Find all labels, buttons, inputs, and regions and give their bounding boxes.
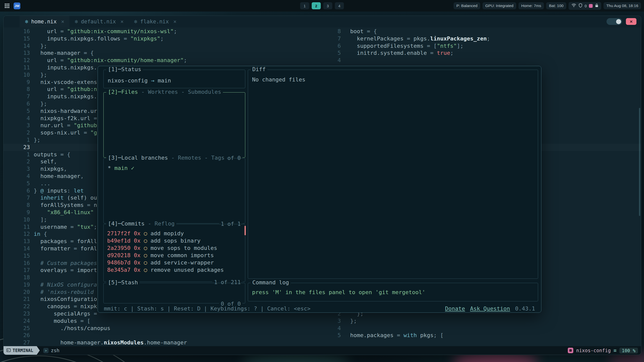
- lazygit-command-log-panel[interactable]: Command log press 'M' in the files panel…: [248, 283, 538, 301]
- code-text: outputs = {: [34, 151, 70, 158]
- commit-flag: 0x: [134, 252, 144, 258]
- lazygit-stash-panel[interactable]: [5]─Stash 0 of 0: [103, 283, 245, 303]
- tab-close-icon[interactable]: ×: [61, 19, 64, 25]
- lazygit-commits-panel[interactable]: [4]─Commits - Reflog 2717f2f 0x ○ add mo…: [103, 224, 245, 282]
- scrollbar[interactable]: [639, 108, 640, 216]
- lazygit-branches-panel[interactable]: [3]─Local branches - Remotes - Tags * ma…: [103, 158, 245, 223]
- keybindings-hint: mmit: c | Stash: s | Reset: D | Keybindi…: [104, 305, 310, 312]
- workspace-button-4[interactable]: 4: [335, 2, 344, 9]
- diff-content: No changed files: [248, 70, 538, 83]
- commit-row[interactable]: b49ef1d 0x ○ add sops binary: [107, 237, 241, 244]
- code-token: = {: [367, 28, 377, 34]
- line-number: 14: [4, 42, 34, 50]
- code-token: ];: [457, 43, 464, 49]
- commit-message: add mopidy: [150, 230, 184, 237]
- commit-row[interactable]: 9486b7d 0x ○ add service-wrapper: [107, 259, 241, 266]
- code-text: [345, 325, 350, 332]
- line-number: 18: [4, 274, 34, 281]
- lazygit-status-panel[interactable]: [1]─Status nixos-config → main: [103, 70, 245, 88]
- lazygit-diff-panel[interactable]: Diff No changed files: [248, 70, 538, 279]
- line-number: 26: [4, 332, 34, 339]
- list-icon: ≡: [614, 347, 617, 353]
- line-number: 8: [329, 28, 345, 35]
- clock[interactable]: Thu Aug 08, 18:16: [603, 2, 641, 9]
- powerline-separator: [37, 346, 40, 355]
- code-token: nur.url: [34, 122, 67, 128]
- code-text: supportedFilesystems = ["ntfs"];: [345, 42, 463, 50]
- code-text: specialArgs =: [34, 310, 97, 318]
- tab-home.nix[interactable]: ❄home.nix×: [20, 16, 69, 27]
- window-close-button[interactable]: ×: [626, 18, 636, 25]
- commit-hash: 9486b7d: [107, 259, 134, 266]
- code-token: nixosConfiguratio: [34, 296, 97, 302]
- commit-row[interactable]: d920218 0x ○ move common imports: [107, 252, 241, 259]
- line-number: 22: [4, 303, 34, 310]
- code-token: formatter: [34, 245, 74, 252]
- commits-scrollbar[interactable]: [245, 226, 246, 235]
- commit-row[interactable]: 2a23950 0x ○ move sops to modules: [107, 244, 241, 252]
- code-token: →: [151, 77, 158, 84]
- terminal-icon: [7, 348, 11, 353]
- line-number: 3: [329, 318, 345, 325]
- code-text: home-manager = {: [34, 50, 94, 57]
- line-number: 6: [329, 42, 345, 50]
- tab-flake.nix[interactable]: ❄flake.nix×: [129, 16, 181, 27]
- code-token: ;: [160, 35, 164, 42]
- commit-row[interactable]: 8e345a7 0x ○ remove unused packages: [107, 266, 241, 274]
- window-toggle[interactable]: [607, 18, 622, 25]
- commit-row[interactable]: 2717f2f 0x ○ add mopidy: [107, 230, 241, 237]
- nix-snowflake-icon: ❄: [74, 19, 78, 24]
- commit-message: add service-wrapper: [150, 259, 214, 266]
- line-number: 23: [4, 144, 34, 151]
- commit-hash: 8e345a7: [107, 267, 134, 273]
- code-token: =: [397, 332, 404, 338]
- topbar-left: JW: [4, 2, 20, 9]
- panel-title: [5]─Stash: [106, 279, 140, 286]
- code-token: =: [94, 115, 97, 121]
- code-token: nix-vscode-extens: [34, 79, 97, 85]
- lazygit-files-panel[interactable]: [2]─Files - Worktrees - Submodules 0 of …: [103, 92, 245, 158]
- code-token: "github:n: [67, 86, 97, 92]
- tab-default.nix[interactable]: ❄default.nix×: [69, 16, 129, 27]
- code-text: # 'nixos-rebuild: [34, 289, 94, 296]
- session-icon: [568, 348, 573, 353]
- line-number: 20: [4, 289, 34, 296]
- lazygit-version: 0.43.1: [515, 305, 535, 312]
- tab-close-icon[interactable]: ×: [173, 19, 177, 25]
- workspace-button-2[interactable]: 2: [312, 2, 321, 9]
- code-token: forAl: [80, 245, 97, 252]
- code-token: =: [74, 245, 80, 252]
- code-token: = {: [60, 151, 70, 158]
- code-token: =: [94, 310, 97, 317]
- line-number: 16: [4, 28, 34, 35]
- code-text: inherit (self) ou: [34, 194, 97, 202]
- code-token: home.packages: [350, 332, 397, 338]
- app-launcher-icon[interactable]: [4, 2, 11, 9]
- workspace-button-1[interactable]: 1: [300, 2, 309, 9]
- donate-link[interactable]: Donate: [445, 305, 465, 312]
- code-token: "g: [90, 129, 97, 136]
- code-token: inherit: [41, 195, 64, 201]
- code-line: 5 initrd.systemd.enable = true;: [329, 50, 641, 57]
- code-text: ];: [34, 216, 47, 223]
- code-token: home-manager.: [34, 339, 104, 346]
- code-token: =: [70, 238, 77, 244]
- workspace-button-3[interactable]: 3: [323, 2, 332, 9]
- tab-close-icon[interactable]: ×: [120, 19, 124, 25]
- ask-question-link[interactable]: Ask Question: [470, 305, 510, 312]
- code-token: home-manager: [34, 50, 84, 56]
- code-token: };: [34, 43, 47, 49]
- statusbar-right: nixos-config ≡ 100 %: [568, 347, 638, 353]
- status-chip: Bat: 100: [546, 2, 566, 9]
- shell-indicator[interactable]: > zsh: [43, 348, 59, 353]
- branch-row[interactable]: * main ✓: [108, 164, 241, 172]
- code-text: username = "tux";: [34, 223, 97, 231]
- lazygit-popup: [1]─Status nixos-config → main [2]─Files…: [98, 66, 541, 313]
- code-token: url: [34, 57, 60, 63]
- commit-message: remove unused packages: [150, 267, 224, 273]
- code-token: = {: [84, 50, 94, 56]
- wm-logo[interactable]: JW: [14, 3, 20, 9]
- code-text: };: [34, 42, 47, 50]
- line-number: 7: [4, 93, 34, 100]
- system-tray[interactable]: 0: [569, 2, 601, 10]
